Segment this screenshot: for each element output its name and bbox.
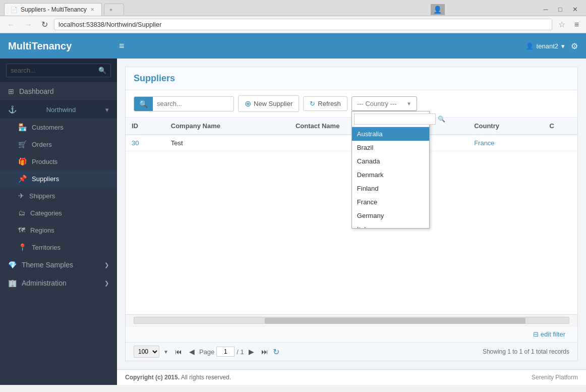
dropdown-search-input[interactable] [354, 114, 436, 125]
back-btn[interactable]: ← [4, 19, 18, 30]
scrollbar-thumb[interactable] [265, 318, 525, 324]
northwind-label: Northwind [46, 106, 76, 114]
browser-titlebar: 📄 Suppliers - MultiTenancy × + 👤 ─ □ ✕ [0, 0, 586, 16]
tab-icon: 📄 [11, 7, 18, 13]
sidebar-item-shippers[interactable]: ✈ Shippers [0, 187, 117, 204]
footer-bar: 10 25 50 100 ▼ ⏮ ◀ Page / 1 ▶ ⏭ ↻ [126, 342, 577, 361]
browser-tab[interactable]: 📄 Suppliers - MultiTenancy × [4, 3, 102, 16]
browser-chrome: 📄 Suppliers - MultiTenancy × + 👤 ─ □ ✕ ←… [0, 0, 586, 33]
forward-btn[interactable]: → [21, 19, 35, 30]
sidebar-search-box[interactable]: 🔍 [6, 64, 111, 77]
dropdown-item-germany[interactable]: Germany [352, 209, 429, 222]
col-c: C [543, 118, 577, 135]
tab-close-btn[interactable]: × [90, 6, 95, 13]
main-content: Suppliers 🔍 ⊕ New Supplier ↻ Refresh [117, 59, 586, 385]
sidebar-item-territories[interactable]: 📍 Territories [0, 239, 117, 256]
bookmark-btn[interactable]: ☆ [555, 19, 568, 30]
page-title: Suppliers [134, 73, 175, 83]
regions-label: Regions [30, 227, 54, 234]
theme-samples-label: Theme Samples [22, 261, 73, 269]
country-dropdown-wrapper: --- Country --- ▼ 🔍 Australia Brazil [351, 96, 417, 111]
territories-icon: 📍 [18, 243, 27, 251]
col-id: ID [126, 118, 165, 135]
cell-country: France [468, 135, 543, 151]
edit-filter-label: edit filter [541, 330, 565, 338]
cell-c [543, 135, 577, 151]
first-page-btn[interactable]: ⏮ [172, 347, 185, 357]
next-page-btn[interactable]: ▶ [246, 347, 257, 357]
minimize-btn[interactable]: ─ [539, 4, 553, 15]
search-submit-btn[interactable]: 🔍 [134, 97, 153, 111]
dropdown-item-brazil[interactable]: Brazil [352, 141, 429, 154]
filter-icon: ⊟ [533, 330, 539, 338]
dropdown-item-france[interactable]: France [352, 195, 429, 209]
page-size-arrow-icon: ▼ [163, 349, 168, 355]
page-input[interactable] [216, 347, 235, 357]
dropdown-item-australia[interactable]: Australia [352, 127, 429, 141]
country-dropdown-arrow-icon: ▼ [406, 101, 412, 106]
prev-page-btn[interactable]: ◀ [187, 347, 197, 357]
customers-icon: 🏪 [18, 123, 27, 131]
last-page-btn[interactable]: ⏭ [259, 347, 271, 357]
sidebar-item-products[interactable]: 🎁 Products [0, 153, 117, 170]
maximize-btn[interactable]: □ [553, 4, 567, 15]
refresh-label: Refresh [318, 100, 341, 107]
categories-icon: 🗂 [18, 209, 25, 217]
sidebar-item-administration[interactable]: 🏢 Administration ❯ [0, 274, 117, 292]
orders-label: Orders [32, 141, 52, 148]
new-tab-btn[interactable]: + [104, 4, 124, 15]
sidebar-nav: ⊞ Dashboard ⚓ Northwind ▾ 🏪 Customers 🛒 … [0, 82, 117, 385]
content-panel: Suppliers 🔍 ⊕ New Supplier ↻ Refresh [125, 67, 578, 361]
sidebar-item-theme-samples[interactable]: 💎 Theme Samples ❯ [0, 256, 117, 274]
horizontal-scrollbar[interactable] [134, 317, 569, 324]
dropdown-item-denmark[interactable]: Denmark [352, 168, 429, 182]
shippers-icon: ✈ [18, 192, 24, 200]
search-input[interactable] [153, 97, 233, 110]
close-btn[interactable]: ✕ [568, 4, 582, 15]
app-brand: MultiTenancy [8, 40, 119, 52]
edit-filter-btn[interactable]: ⊟ edit filter [529, 328, 569, 340]
new-supplier-button[interactable]: ⊕ New Supplier [238, 95, 299, 112]
col-company-name: Company Name [165, 118, 289, 135]
copyright-text: Copyright (c) 2015. All rights reserved. [125, 374, 231, 381]
sidebar-item-dashboard[interactable]: ⊞ Dashboard [0, 82, 117, 100]
sidebar-item-categories[interactable]: 🗂 Categories [0, 204, 117, 221]
search-box[interactable]: 🔍 [134, 96, 234, 111]
app-body: 🔍 ⊞ Dashboard ⚓ Northwind ▾ 🏪 Customers [0, 59, 586, 385]
refresh-button[interactable]: ↻ Refresh [303, 96, 347, 111]
sidebar-item-customers[interactable]: 🏪 Customers [0, 119, 117, 136]
user-menu[interactable]: 👤 tenant2 ▾ [525, 42, 565, 50]
sidebar-item-regions[interactable]: 🗺 Regions [0, 221, 117, 239]
dropdown-list[interactable]: Australia Brazil Canada Denmark Finland … [352, 127, 429, 228]
dropdown-item-canada[interactable]: Canada [352, 154, 429, 168]
northwind-chevron-icon: ▾ [105, 106, 109, 114]
theme-chevron-icon: ❯ [104, 262, 109, 268]
address-bar[interactable]: localhost:53838/Northwind/Supplier [54, 19, 552, 30]
horizontal-scrollbar-container [126, 314, 577, 326]
theme-icon: 💎 [8, 261, 17, 269]
browser-menu-btn[interactable]: ≡ [571, 19, 582, 30]
page-size-select[interactable]: 10 25 50 100 [134, 346, 159, 358]
reload-btn[interactable]: ↻ [38, 19, 51, 30]
app-footer: Copyright (c) 2015. All rights reserved.… [117, 369, 586, 385]
country-dropdown-btn[interactable]: --- Country --- ▼ [351, 96, 417, 111]
northwind-icon: ⚓ [8, 105, 17, 114]
user-chevron-icon: ▾ [561, 42, 565, 50]
pager-refresh-icon[interactable]: ↻ [273, 347, 279, 357]
page-total: / 1 [237, 348, 244, 356]
sidebar-item-orders[interactable]: 🛒 Orders [0, 136, 117, 153]
hamburger-icon[interactable]: ≡ [119, 41, 125, 51]
dropdown-item-finland[interactable]: Finland [352, 182, 429, 195]
app: MultiTenancy ≡ 👤 tenant2 ▾ ⚙ 🔍 ⊞ [0, 33, 586, 385]
products-label: Products [32, 158, 57, 165]
rights-text: All rights reserved. [181, 374, 231, 381]
sidebar-item-northwind[interactable]: ⚓ Northwind ▾ [0, 100, 117, 119]
sidebar-search-input[interactable] [11, 67, 98, 74]
suppliers-icon: 📌 [18, 175, 27, 183]
sidebar-item-suppliers[interactable]: 📌 Suppliers [0, 170, 117, 187]
new-supplier-label: New Supplier [254, 100, 292, 107]
settings-icon[interactable]: ⚙ [571, 41, 578, 51]
dropdown-item-italy[interactable]: Italy [352, 222, 429, 228]
sidebar: 🔍 ⊞ Dashboard ⚓ Northwind ▾ 🏪 Customers [0, 59, 117, 385]
cell-id[interactable]: 30 [126, 135, 165, 151]
